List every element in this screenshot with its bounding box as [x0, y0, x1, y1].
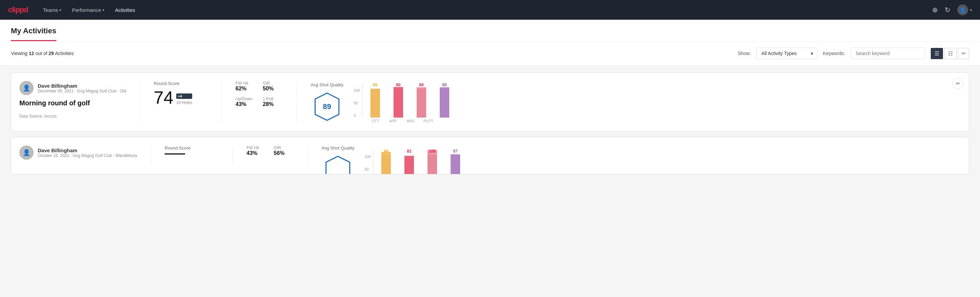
quality-section: Avg Shot Quality 89 100 50 0 [311, 81, 961, 123]
view-toggle: ☰ ☷ ═ [931, 48, 969, 59]
quality-label: Avg Shot Quality [321, 145, 355, 150]
x-label-app: APP [385, 119, 400, 123]
performance-chevron-icon: ▾ [103, 8, 104, 12]
card-info: 👤 Dave Billingham December 05, 2021 · Go… [19, 81, 126, 118]
hex-container: 89 [312, 91, 342, 122]
bar-label-putt: 89 [442, 83, 447, 87]
viewing-text: Viewing 12 out of 29 Activities [11, 51, 74, 56]
quality-hex: Avg Shot Quality 89 [311, 82, 344, 122]
gir-value: 56% [274, 150, 294, 156]
x-label-putt: PUTT [421, 119, 436, 123]
quality-section: Avg Shot Quality 100 50 0 [321, 145, 961, 174]
avatar-person-icon: 👤 [23, 84, 30, 92]
user-date: December 05, 2021 · Gog Magog Golf Club … [38, 89, 126, 93]
nav-teams[interactable]: Teams ▾ [43, 7, 61, 13]
gir-stat: GIR 56% [274, 145, 294, 156]
chart-col-ott: 85 [365, 83, 385, 118]
fw-hit-stat: FW Hit 62% [235, 81, 256, 92]
bar-label-ott: 85 [373, 83, 377, 87]
shot-quality-chart: 100 50 0 85 90 [353, 81, 961, 123]
score-placeholder [165, 153, 185, 155]
brand-logo[interactable]: clippd [8, 5, 28, 14]
score-section: Round Score [165, 145, 219, 155]
shot-quality-chart: 100 50 0 94 82 [365, 147, 961, 175]
stats-grid: FW Hit 62% GIR 50% Up/Down 43% 1 Putt 28… [235, 81, 283, 107]
activity-type-select[interactable]: All Activity Types [756, 48, 817, 59]
chart-col-ott: 94 [376, 149, 396, 175]
score-row: 74 +4 18 Holes [154, 89, 208, 106]
bar-putt [440, 89, 449, 118]
bar-arg [417, 89, 426, 118]
bar-putt [450, 155, 460, 175]
bar-arg [428, 155, 437, 175]
card-info: 👤 Dave Billingham October 16, 2021 · Gog… [19, 145, 137, 164]
search-input[interactable] [851, 48, 925, 59]
gir-value: 50% [263, 86, 283, 92]
navbar-right: ⊕ ↻ 👤 ▾ [932, 5, 972, 15]
bar-ott [381, 155, 391, 175]
activity-type-select-wrapper: All Activity Types [756, 48, 817, 59]
gir-label: GIR [263, 81, 283, 86]
quality-label: Avg Shot Quality [311, 82, 344, 87]
updown-value: 43% [235, 101, 256, 107]
activity-title: Morning round of golf [19, 99, 126, 107]
fw-hit-label: FW Hit [247, 145, 267, 150]
teams-chevron-icon: ▾ [59, 8, 61, 12]
show-label: Show: [738, 51, 751, 56]
activity-card: 👤 Dave Billingham October 16, 2021 · Gog… [11, 137, 969, 174]
activities-list: ✏ 👤 Dave Billingham December 05, 2021 · … [0, 65, 980, 181]
stats-section: FW Hit 62% GIR 50% Up/Down 43% 1 Putt 28… [235, 81, 283, 107]
add-icon[interactable]: ⊕ [932, 6, 938, 14]
one-putt-stat: 1 Putt 28% [263, 96, 283, 107]
nav-performance[interactable]: Performance ▾ [72, 7, 104, 13]
score-badge: +4 [176, 93, 192, 99]
user-date: October 16, 2021 · Gog Magog Golf Club -… [38, 153, 137, 158]
chart-y-axis: 100 50 0 [353, 84, 360, 118]
bar-app [394, 89, 403, 118]
view-grid-button[interactable]: ☷ [944, 48, 956, 59]
chart-col-putt: 87 [445, 149, 466, 175]
data-source: Data Source: Arccos [19, 114, 126, 118]
score-holes: 18 Holes [176, 100, 192, 105]
view-list-compact-button[interactable]: ☰ [931, 48, 943, 59]
nav-activities[interactable]: Activities [115, 7, 135, 13]
refresh-icon[interactable]: ↻ [945, 6, 950, 14]
user-name: Dave Billingham [38, 147, 137, 153]
bar-label-putt: 87 [453, 149, 457, 153]
avatar-icon: 👤 [959, 7, 966, 13]
avatar: 👤 [19, 81, 33, 95]
card-divider [308, 145, 308, 166]
avatar-chevron-icon: ▾ [970, 8, 972, 12]
card-divider [232, 145, 233, 166]
round-score-label: Round Score [165, 145, 219, 150]
chart-col-arg: 106 [422, 149, 442, 175]
chart-col-putt: 89 [434, 83, 455, 118]
svg-marker-1 [326, 156, 350, 174]
one-putt-label: 1 Putt [263, 96, 283, 101]
gir-label: GIR [274, 145, 294, 150]
fw-hit-value: 62% [235, 86, 256, 92]
gir-stat: GIR 50% [263, 81, 283, 92]
page-header: My Activities [0, 20, 980, 42]
card-divider [140, 81, 140, 123]
page-title: My Activities [11, 20, 56, 41]
bar-label-app: 90 [396, 83, 400, 87]
fw-hit-value: 43% [247, 150, 267, 156]
score-number: 74 [154, 89, 173, 106]
edit-button[interactable]: ✏ [953, 78, 963, 89]
card-divider [297, 81, 297, 123]
fw-hit-stat: FW Hit 43% [247, 145, 267, 156]
updown-stat: Up/Down 43% [235, 96, 256, 107]
keywords-label: Keywords: [823, 51, 845, 56]
activity-card: ✏ 👤 Dave Billingham December 05, 2021 · … [11, 72, 969, 131]
chart-col-app: 90 [388, 83, 409, 118]
avatar-person-icon: 👤 [23, 149, 30, 156]
user-row: 👤 Dave Billingham December 05, 2021 · Go… [19, 81, 126, 95]
one-putt-value: 28% [263, 101, 283, 107]
user-avatar[interactable]: 👤 [957, 5, 968, 15]
card-divider [222, 81, 222, 123]
chart-col-app: 82 [399, 149, 419, 175]
fw-hit-label: FW Hit [235, 81, 256, 86]
bar-label-app: 82 [407, 149, 411, 153]
view-list-detail-button[interactable]: ═ [958, 48, 969, 59]
